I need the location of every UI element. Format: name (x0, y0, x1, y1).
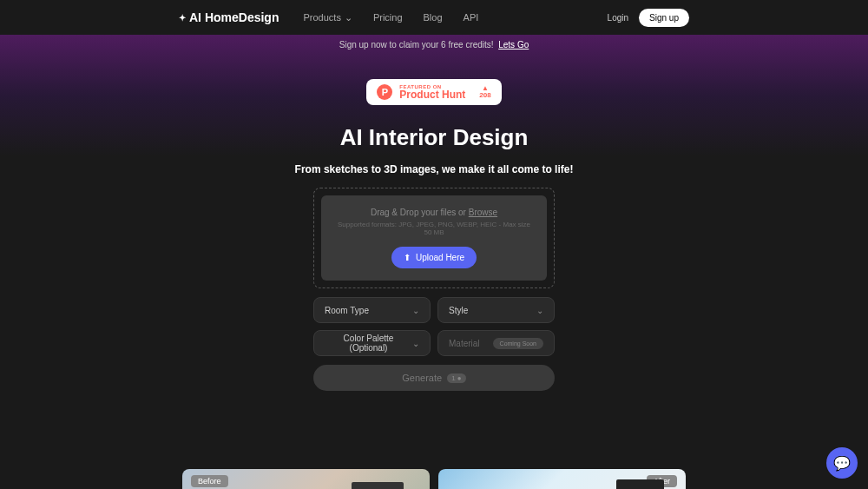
before-label: Before (191, 475, 228, 487)
color-palette-label: Color Palette (Optional) (325, 334, 412, 353)
before-image: Before (182, 469, 430, 489)
chevron-down-icon: ⌄ (412, 339, 419, 348)
header: ✦ AI HomeDesign Products ⌄ Pricing Blog … (0, 0, 868, 35)
upload-button[interactable]: ⬆ Upload Here (391, 247, 477, 268)
nav-api[interactable]: API (464, 12, 479, 23)
generate-badge: 1 ● (447, 373, 466, 383)
ph-votes: ▲ 208 (479, 85, 490, 99)
upload-inner: Drag & Drop your files or Browse Support… (321, 195, 547, 281)
product-hunt-text: FEATURED ON Product Hunt (399, 84, 465, 100)
logo[interactable]: ✦ AI HomeDesign (179, 10, 279, 24)
ph-vote-count: 208 (479, 92, 490, 99)
logo-text: AI HomeDesign (189, 10, 279, 24)
comparison-section: Before After (182, 469, 686, 489)
material-label: Material (449, 339, 480, 348)
hero-title: AI Interior Design (0, 124, 868, 151)
coming-soon-badge: Coming Soon (493, 338, 543, 349)
room-type-dropdown[interactable]: Room Type ⌄ (313, 297, 431, 323)
browse-link[interactable]: Browse (469, 208, 497, 217)
login-link[interactable]: Login (608, 13, 628, 23)
banner-text: Sign up now to claim your 6 free credits… (339, 40, 494, 50)
generate-label: Generate (402, 373, 442, 383)
upload-icon: ⬆ (404, 253, 411, 262)
sparkle-icon: ✦ (179, 13, 186, 23)
upload-dropzone[interactable]: Drag & Drop your files or Browse Support… (313, 188, 555, 288)
product-hunt-badge[interactable]: P FEATURED ON Product Hunt ▲ 208 (366, 79, 501, 105)
room-type-label: Room Type (325, 306, 369, 315)
main-content: P FEATURED ON Product Hunt ▲ 208 AI Inte… (0, 55, 868, 489)
chevron-down-icon: ⌄ (412, 306, 419, 315)
product-hunt-icon: P (377, 84, 392, 100)
header-right: Login Sign up (608, 9, 689, 27)
nav-products[interactable]: Products ⌄ (303, 12, 352, 23)
controls: Room Type ⌄ Style ⌄ Color Palette (Optio… (313, 297, 555, 356)
hero-subtitle: From sketches to 3D images, we make it a… (0, 163, 868, 175)
nav-products-label: Products (303, 12, 340, 23)
upload-button-label: Upload Here (416, 253, 464, 262)
chat-icon: 💬 (833, 455, 851, 472)
after-image: After (438, 469, 686, 489)
color-palette-dropdown[interactable]: Color Palette (Optional) ⌄ (313, 330, 431, 356)
promo-banner: Sign up now to claim your 6 free credits… (0, 35, 868, 55)
chevron-down-icon: ⌄ (345, 12, 352, 23)
upload-text: Drag & Drop your files or Browse (333, 208, 535, 217)
nav: Products ⌄ Pricing Blog API (303, 12, 478, 23)
banner-link[interactable]: Lets Go (498, 40, 529, 50)
chat-widget[interactable]: 💬 (826, 447, 858, 479)
nav-blog[interactable]: Blog (424, 12, 443, 23)
style-label: Style (449, 306, 468, 315)
material-dropdown: Material Coming Soon (437, 330, 555, 356)
nav-pricing[interactable]: Pricing (373, 12, 403, 23)
generate-button[interactable]: Generate 1 ● (313, 365, 555, 391)
signup-button[interactable]: Sign up (639, 9, 689, 27)
style-dropdown[interactable]: Style ⌄ (437, 297, 555, 323)
upload-formats: Supported formats: JPG, JPEG, PNG, WEBP,… (333, 221, 535, 236)
chevron-down-icon: ⌄ (536, 306, 543, 315)
drag-text: Drag & Drop your files or (371, 208, 469, 217)
ph-name: Product Hunt (399, 89, 465, 100)
